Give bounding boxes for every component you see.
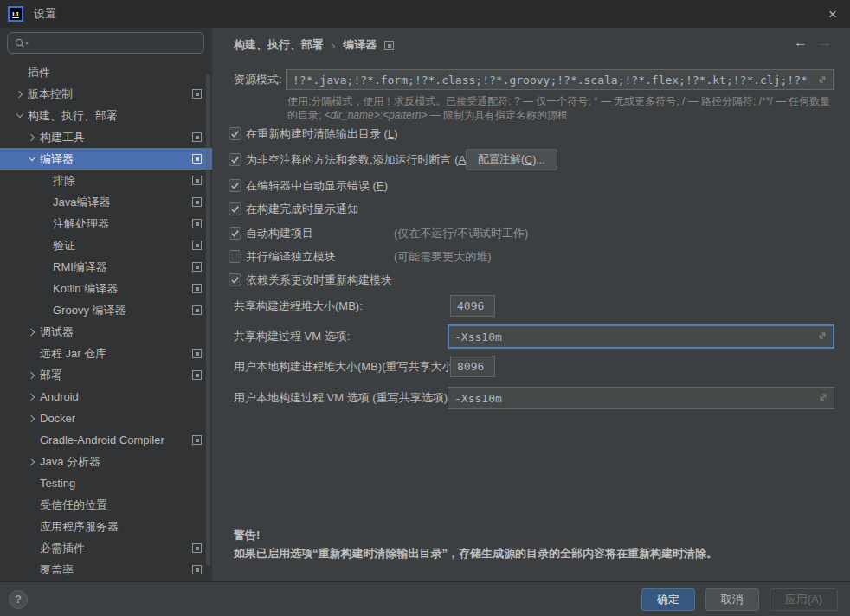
sidebar-item-android[interactable]: Android [0, 386, 212, 407]
chevron-right-icon[interactable] [26, 413, 38, 425]
checkbox-label: 并行编译独立模块 [246, 246, 336, 267]
checkbox-label: 依赖关系更改时重新构建模块 [246, 269, 392, 291]
screen-badge-icon [192, 284, 202, 293]
screen-badge-icon [192, 565, 202, 574]
arrow-spacer [26, 348, 38, 360]
sidebar-item-label: 验证 [53, 238, 75, 253]
show-errors-in-editor-checkbox[interactable] [229, 179, 241, 192]
sidebar-item-testing[interactable]: Testing [0, 472, 212, 494]
screen-badge-icon [192, 370, 202, 380]
add-runtime-assertions-checkbox[interactable] [229, 153, 241, 166]
sidebar-item-debugger[interactable]: 调试器 [0, 321, 212, 343]
cancel-button[interactable]: 取消 [705, 588, 759, 611]
expand-field-icon[interactable] [817, 74, 827, 85]
chevron-down-icon[interactable] [14, 110, 26, 122]
checkbox-label: 自动构建项目 [246, 222, 313, 244]
breadcrumb: 构建、执行、部署 › 编译器 [234, 37, 394, 53]
help-icon[interactable]: ? [9, 590, 28, 609]
forward-arrow-icon[interactable]: → [818, 35, 832, 49]
search-input[interactable] [7, 32, 204, 54]
rebuild-module-on-dependency-change-checkbox[interactable] [229, 273, 241, 286]
user-local-vm-options-input[interactable]: -Xss10m [448, 387, 834, 409]
sidebar-item-label: Docker [40, 412, 75, 425]
sidebar-item-version-control[interactable]: 版本控制 [0, 83, 212, 105]
sidebar-item-docker[interactable]: Docker [0, 407, 212, 429]
sidebar-item-excludes[interactable]: 排除 [0, 170, 212, 191]
screen-badge-icon [192, 305, 202, 315]
chevron-right-icon[interactable] [26, 326, 38, 338]
chevron-down-icon[interactable] [26, 153, 38, 165]
sidebar-item-plugins[interactable]: 插件 [0, 61, 212, 83]
close-icon[interactable]: × [828, 7, 837, 22]
sidebar-item-java-compiler[interactable]: Java编译器 [0, 191, 212, 213]
expand-field-icon[interactable] [817, 330, 827, 341]
compile-independent-modules-in-parallel-checkbox[interactable] [229, 250, 241, 263]
chevron-right-icon[interactable] [26, 369, 38, 382]
user-local-heap-size-label: 用户本地构建进程堆大小(MB)(重写共享大小): [234, 356, 460, 377]
sidebar-item-label: 排除 [53, 173, 75, 189]
sidebar-item-label: 应用程序服务器 [40, 519, 119, 535]
sidebar-item-build-execution-deployment[interactable]: 构建、执行、部署 [0, 105, 212, 126]
resource-patterns-input[interactable]: !?*.java;!?*.form;!?*.class;!?*.groovy;!… [286, 69, 834, 90]
checkbox-row-display-notification-on-build-completion: 在构建完成时显示通知 [212, 198, 850, 220]
shared-vm-options-input[interactable]: -Xss10m [448, 324, 834, 349]
chevron-right-icon[interactable] [26, 132, 38, 144]
resource-patterns-label: 资源模式: [234, 69, 282, 90]
compiler-settings-panel: 构建、执行、部署 › 编译器 ← → 资源模式: !?*.java;!?*.fo… [212, 28, 850, 581]
sidebar-item-annotation-processors[interactable]: 注解处理器 [0, 213, 212, 234]
arrow-spacer [26, 542, 38, 555]
breadcrumb-separator: › [332, 39, 335, 52]
screen-badge-icon [192, 241, 202, 250]
sidebar-item-kotlin-compiler[interactable]: Kotlin 编译器 [0, 278, 212, 299]
checkbox-label: 在构建完成时显示通知 [246, 198, 358, 220]
sidebar-item-label: 覆盖率 [40, 562, 74, 578]
sidebar-item-label: Java 分析器 [40, 454, 100, 470]
display-notification-on-build-completion-checkbox[interactable] [229, 202, 241, 215]
window-title: 设置 [34, 6, 56, 22]
arrow-spacer [26, 499, 38, 511]
sidebar-item-validation[interactable]: 验证 [0, 234, 212, 256]
sidebar-item-label: 编译器 [40, 151, 74, 167]
sidebar-item-deployment[interactable]: 部署 [0, 364, 212, 386]
sidebar-item-label: 必需插件 [40, 541, 85, 556]
shared-vm-options-value: -Xss10m [454, 330, 502, 343]
shared-heap-size-input[interactable]: 4096 [450, 295, 495, 317]
sidebar-scrollbar[interactable] [206, 74, 210, 566]
arrow-spacer [26, 478, 38, 490]
checkbox-row-show-errors-in-editor: 在编辑器中自动显示错误 (E) [212, 175, 850, 196]
screen-badge-icon [192, 132, 202, 142]
user-local-vm-options-label: 用户本地构建过程 VM 选项 (重写共享选项): [234, 387, 451, 409]
sidebar-item-label: 受信任的位置 [40, 497, 107, 513]
sidebar-item-build-tools[interactable]: 构建工具 [0, 126, 212, 148]
chevron-right-icon[interactable] [26, 391, 38, 403]
breadcrumb-parent[interactable]: 构建、执行、部署 [234, 37, 324, 53]
expand-field-icon[interactable] [818, 392, 828, 402]
clear-output-directory-on-rebuild-checkbox[interactable] [229, 127, 241, 140]
user-local-heap-size-input[interactable]: 8096 [450, 356, 495, 377]
checkbox-row-add-runtime-assertions: 为非空注释的方法和参数,添加运行时断言 (A)配置注解(C)... [212, 149, 850, 170]
sidebar-item-label: 远程 Jar 仓库 [40, 346, 106, 362]
sidebar-item-remote-jar-repositories[interactable]: 远程 Jar 仓库 [0, 343, 212, 364]
sidebar-item-compiler[interactable]: 编译器 [0, 148, 212, 170]
settings-sidebar: 插件版本控制构建、执行、部署构建工具编译器排除Java编译器注解处理器验证RMI… [0, 28, 212, 581]
sidebar-item-rmi-compiler[interactable]: RMI编译器 [0, 256, 212, 278]
sidebar-item-application-servers[interactable]: 应用程序服务器 [0, 516, 212, 537]
screen-badge-icon [192, 176, 202, 185]
configure-annotations-button[interactable]: 配置注解(C)... [466, 149, 557, 170]
sidebar-item-label: 构建工具 [40, 130, 85, 145]
sidebar-item-gradle-android-compiler[interactable]: Gradle-Android Compiler [0, 429, 212, 451]
sidebar-item-coverage[interactable]: 覆盖率 [0, 559, 212, 581]
build-project-automatically-checkbox[interactable] [229, 227, 241, 240]
sidebar-item-java-profiler[interactable]: Java 分析器 [0, 451, 212, 472]
apply-button[interactable]: 应用(A) [770, 588, 838, 611]
sidebar-item-groovy-compiler[interactable]: Groovy 编译器 [0, 299, 212, 321]
title-bar: IJ 设置 × [0, 0, 850, 28]
chevron-right-icon[interactable] [14, 88, 26, 100]
sidebar-item-trusted-locations[interactable]: 受信任的位置 [0, 494, 212, 516]
ok-button[interactable]: 确定 [641, 588, 695, 611]
user-local-vm-options-value: -Xss10m [454, 392, 502, 405]
sidebar-item-required-plugins[interactable]: 必需插件 [0, 537, 212, 559]
back-arrow-icon[interactable]: ← [794, 35, 808, 49]
chevron-right-icon[interactable] [26, 456, 38, 468]
sidebar-item-label: RMI编译器 [53, 260, 107, 275]
